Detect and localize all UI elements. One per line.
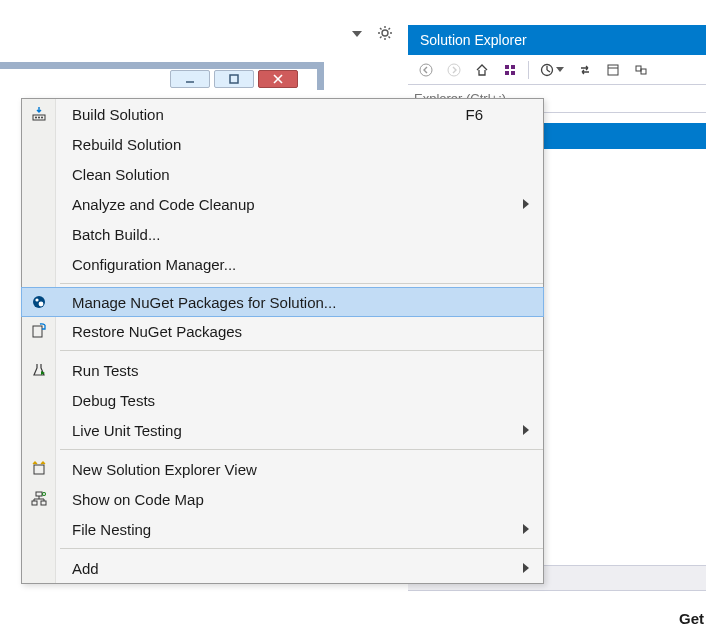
svg-point-13: [420, 64, 432, 76]
build-icon: [28, 103, 50, 125]
svg-rect-37: [41, 501, 46, 505]
menu-label: Analyze and Code Cleanup: [72, 196, 255, 213]
menu-live-unit-testing[interactable]: Live Unit Testing: [22, 415, 543, 445]
menu-label: Debug Tests: [72, 392, 155, 409]
svg-point-31: [35, 298, 38, 301]
svg-rect-24: [636, 66, 641, 71]
menu-analyze[interactable]: Analyze and Code Cleanup: [22, 189, 543, 219]
close-button[interactable]: [258, 70, 298, 88]
menu-clean-solution[interactable]: Clean Solution: [22, 159, 543, 189]
svg-point-14: [448, 64, 460, 76]
menu-label: File Nesting: [72, 521, 151, 538]
properties-row-label: Get: [679, 610, 704, 627]
svg-rect-10: [230, 75, 238, 83]
svg-rect-33: [33, 326, 42, 337]
restore-icon: [28, 320, 50, 342]
menu-batch-build[interactable]: Batch Build...: [22, 219, 543, 249]
menu-file-nesting[interactable]: File Nesting: [22, 514, 543, 544]
svg-rect-36: [32, 501, 37, 505]
svg-rect-18: [511, 71, 515, 75]
menu-rebuild-solution[interactable]: Rebuild Solution: [22, 129, 543, 159]
back-button[interactable]: [414, 59, 438, 81]
menu-label: Clean Solution: [72, 166, 170, 183]
menu-label: Rebuild Solution: [72, 136, 181, 153]
svg-line-5: [380, 28, 382, 30]
gear-icon[interactable]: [373, 22, 397, 44]
svg-rect-16: [511, 65, 515, 69]
panel-toolbar: [408, 55, 706, 85]
svg-point-32: [39, 302, 44, 307]
submenu-arrow-icon: [523, 563, 529, 573]
svg-rect-17: [505, 71, 509, 75]
nuget-icon: [28, 291, 50, 313]
context-menu: Build Solution F6 Rebuild Solution Clean…: [21, 98, 544, 584]
menu-build-solution[interactable]: Build Solution F6: [22, 99, 543, 129]
chevron-down-icon: [556, 67, 564, 72]
menu-debug-tests[interactable]: Debug Tests: [22, 385, 543, 415]
svg-point-0: [382, 30, 388, 36]
menu-separator: [60, 350, 543, 351]
switch-views-button[interactable]: [498, 59, 522, 81]
svg-line-8: [380, 37, 382, 39]
new-view-icon: [28, 458, 50, 480]
svg-rect-22: [608, 65, 618, 75]
menu-label: Restore NuGet Packages: [72, 323, 242, 340]
menu-run-tests[interactable]: Run Tests: [22, 355, 543, 385]
menu-label: Build Solution: [72, 106, 164, 123]
forward-button[interactable]: [442, 59, 466, 81]
menu-manage-nuget[interactable]: Manage NuGet Packages for Solution...: [21, 287, 544, 317]
submenu-arrow-icon: [523, 425, 529, 435]
codemap-icon: [28, 488, 50, 510]
menu-separator: [60, 283, 543, 284]
svg-line-21: [547, 70, 550, 72]
flask-run-icon: [28, 359, 50, 381]
svg-point-27: [35, 117, 37, 119]
menu-add[interactable]: Add: [22, 553, 543, 583]
menu-label: New Solution Explorer View: [72, 461, 257, 478]
menu-shortcut: F6: [465, 106, 483, 123]
sync-button[interactable]: [573, 59, 597, 81]
menu-label: Batch Build...: [72, 226, 160, 243]
menu-separator: [60, 449, 543, 450]
collapse-all-button[interactable]: [629, 59, 653, 81]
menu-label: Show on Code Map: [72, 491, 204, 508]
menu-label: Live Unit Testing: [72, 422, 182, 439]
menu-label: Manage NuGet Packages for Solution...: [72, 294, 336, 311]
svg-point-29: [41, 117, 43, 119]
menu-separator: [60, 548, 543, 549]
panel-title: Solution Explorer: [408, 25, 706, 55]
customize-dropdown[interactable]: [345, 22, 369, 44]
show-all-files-button[interactable]: [601, 59, 625, 81]
toolbar-separator: [528, 61, 529, 79]
svg-point-30: [33, 296, 45, 308]
maximize-button[interactable]: [214, 70, 254, 88]
menu-label: Configuration Manager...: [72, 256, 236, 273]
svg-rect-15: [505, 65, 509, 69]
chevron-down-icon: [352, 31, 362, 37]
menu-label: Add: [72, 560, 99, 577]
window-chrome-buttons: [170, 70, 298, 88]
menu-configuration-manager[interactable]: Configuration Manager...: [22, 249, 543, 279]
svg-rect-34: [34, 465, 44, 474]
menu-new-solution-view[interactable]: New Solution Explorer View: [22, 454, 543, 484]
menu-show-on-code-map[interactable]: Show on Code Map: [22, 484, 543, 514]
svg-line-6: [389, 37, 391, 39]
minimize-button[interactable]: [170, 70, 210, 88]
menu-restore-nuget[interactable]: Restore NuGet Packages: [22, 316, 543, 346]
submenu-arrow-icon: [523, 199, 529, 209]
svg-point-28: [38, 117, 40, 119]
home-button[interactable]: [470, 59, 494, 81]
svg-rect-35: [36, 492, 42, 496]
pending-changes-filter[interactable]: [535, 63, 569, 77]
menu-label: Run Tests: [72, 362, 138, 379]
panel-title-text: Solution Explorer: [420, 32, 527, 48]
submenu-arrow-icon: [523, 524, 529, 534]
svg-line-7: [389, 28, 391, 30]
svg-rect-25: [641, 69, 646, 74]
